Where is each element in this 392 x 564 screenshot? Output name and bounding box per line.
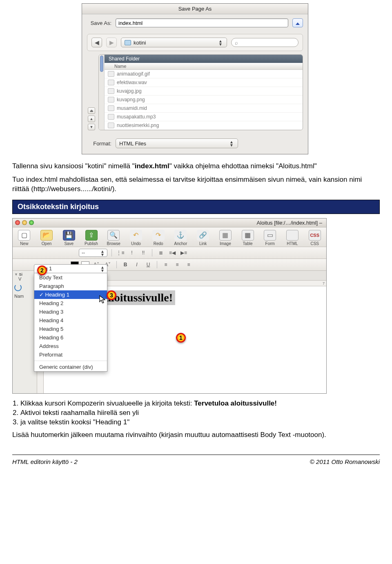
undo-icon: ↶: [130, 230, 142, 241]
bold-button[interactable]: B: [121, 261, 130, 268]
list-bullet-icon[interactable]: ⋮≡: [116, 249, 125, 256]
file-icon: [108, 88, 114, 94]
scroll-down-button[interactable]: ▼: [88, 124, 95, 130]
refresh-icon[interactable]: [14, 284, 22, 291]
toolbar-publish-button[interactable]: ⇪Publish: [83, 230, 100, 246]
style-option-preformat[interactable]: Preformat: [34, 350, 107, 359]
toolbar-redo-button[interactable]: ↷Redo: [150, 230, 167, 246]
file-row[interactable]: efektiwav.wav: [105, 78, 303, 87]
style-option-body-text[interactable]: Body Text: [34, 273, 107, 282]
browse-icon: 🔍: [107, 230, 120, 241]
callout-marker-1: 1: [176, 333, 186, 343]
file-row[interactable]: nuottiesimerkki.png: [105, 121, 303, 130]
align-right-icon[interactable]: ≡: [184, 261, 193, 268]
section-heading-otsikkotekstin: Otsikkotekstin kirjoitus: [12, 200, 380, 214]
expand-button[interactable]: [292, 18, 303, 27]
toolbar-html-button[interactable]: HTML: [284, 230, 301, 246]
dropdown-caret-icon: ▲▼: [218, 40, 223, 46]
file-name: animaatiogif.gif: [117, 70, 150, 78]
list-dash-icon[interactable]: ≣: [156, 249, 165, 256]
style-option-heading-3[interactable]: Heading 3: [34, 308, 107, 316]
window-title: Aloitus [file:/…/index.html] –: [34, 220, 326, 226]
toolbar-form-button[interactable]: ▭Form: [262, 230, 278, 246]
dropdown-caret-icon: ▲▼: [100, 250, 105, 256]
instruction-list: Klikkaa kursori Kompozerin sivualueelle …: [20, 399, 380, 426]
zoom-window-button[interactable]: [29, 220, 34, 225]
file-name: musapakattu.mp3: [117, 113, 156, 121]
toolbar-css-button[interactable]: CSSCSS: [306, 230, 323, 246]
folder-dropdown[interactable]: kotini ▲▼: [121, 38, 227, 47]
mouse-cursor-icon: [99, 295, 107, 304]
paragraph-linebreak-note: Lisää huutomerkin jälkeen muutama rivinv…: [12, 430, 380, 440]
toolbar-undo-button[interactable]: ↶Undo: [128, 230, 145, 246]
toolbar-browse-button[interactable]: 🔍Browse: [105, 230, 122, 246]
kompozer-window: Aloitus [file:/…/index.html] – ▢New📂Open…: [12, 218, 327, 394]
style-option-heading-1[interactable]: ✓ Heading 1: [34, 290, 107, 299]
italic-button[interactable]: I: [132, 261, 141, 268]
align-left-icon[interactable]: ≡: [161, 261, 170, 268]
filename-input[interactable]: [116, 18, 288, 27]
search-icon: ⌕: [235, 40, 238, 46]
image-icon: ▦: [219, 230, 232, 241]
file-name: nuottiesimerkki.png: [117, 121, 159, 130]
anchor-icon: ⚓: [174, 230, 187, 241]
style-option-paragraph[interactable]: Paragraph: [34, 282, 107, 290]
search-input[interactable]: ⌕: [231, 38, 298, 47]
page-footer: HTML editorin käyttö - 2 © 2011 Otto Rom…: [12, 455, 380, 465]
html-icon: [286, 230, 298, 241]
scroll-up-button[interactable]: ▲: [88, 116, 95, 122]
style-option-heading-5[interactable]: Heading 5: [34, 325, 107, 333]
list-number2-icon[interactable]: !!: [139, 249, 148, 256]
sidebar-label-v: V: [18, 276, 35, 281]
format-dropdown[interactable]: HTML Files ▲▼: [116, 138, 238, 148]
paragraph-save-instruction: Tallenna sivu kansioosi "kotini" nimellä…: [12, 162, 380, 171]
toolbar-open-button[interactable]: 📂Open: [38, 230, 55, 246]
style-option-address[interactable]: Address: [34, 342, 107, 350]
file-icon: [108, 97, 114, 103]
link-icon: 🔗: [197, 230, 209, 241]
redo-icon: ↷: [152, 230, 165, 241]
nav-fwd-button[interactable]: ▶: [106, 38, 117, 47]
indent-more-icon[interactable]: ▶≡: [179, 249, 188, 256]
style-option-generic-container[interactable]: Generic container (div): [34, 363, 107, 371]
style-option-heading-6[interactable]: Heading 6: [34, 333, 107, 342]
toolbar-image-button[interactable]: ▦Image: [217, 230, 234, 246]
publish-icon: ⇪: [85, 230, 98, 241]
file-row[interactable]: kuvajpg.jpg: [105, 87, 303, 96]
file-icon: [108, 105, 114, 111]
file-row[interactable]: animaatiogif.gif: [105, 70, 303, 78]
format-value: HTML Files: [119, 140, 146, 147]
dropdown-caret-icon: ▲▼: [229, 140, 234, 147]
close-window-button[interactable]: [15, 220, 20, 225]
list-number-icon[interactable]: !: [127, 249, 136, 256]
minimize-window-button[interactable]: [22, 220, 27, 225]
toolbar-link-button[interactable]: 🔗Link: [195, 230, 212, 246]
paragraph-index-explain: Tuo index.html mahdollistaa sen, että se…: [12, 175, 380, 194]
underline-button[interactable]: U: [144, 261, 153, 268]
open-icon: 📂: [40, 230, 53, 241]
file-name: kuvajpg.jpg: [117, 87, 142, 96]
file-row[interactable]: musamidi.mid: [105, 104, 303, 113]
toolbar-table-button[interactable]: ▦Table: [239, 230, 256, 246]
folder-icon: [125, 40, 131, 45]
indent-less-icon[interactable]: ≡◀: [168, 249, 177, 256]
paragraph-style-menu: ng 1 ▲▼ Body TextParagraph✓ Heading 1Hea…: [34, 264, 107, 372]
style-option-heading-2[interactable]: Heading 2: [34, 299, 107, 308]
toolbar-save-button[interactable]: 💾Save: [60, 230, 77, 246]
file-icon: [108, 114, 114, 120]
toolbar-anchor-button[interactable]: ⚓Anchor: [172, 230, 189, 246]
file-icon: [108, 123, 114, 128]
toolbar-new-button[interactable]: ▢New: [16, 230, 33, 246]
folder-name: kotini: [134, 40, 146, 46]
file-row[interactable]: kuvapng.png: [105, 96, 303, 104]
secondary-style-dropdown[interactable]: -- ▲▼: [79, 249, 107, 257]
css-icon: CSS: [309, 230, 321, 241]
file-row[interactable]: musapakattu.mp3: [105, 113, 303, 121]
sidebar-label-si: Si: [19, 272, 22, 276]
scrollbar[interactable]: [99, 55, 105, 130]
eject-button[interactable]: ⏏: [88, 107, 95, 114]
style-option-heading-4[interactable]: Heading 4: [34, 316, 107, 325]
instruction-1: Klikkaa kursori Kompozerin sivualueelle …: [20, 399, 380, 408]
align-center-icon[interactable]: ≡: [173, 261, 182, 268]
nav-back-button[interactable]: ◀: [91, 38, 102, 47]
